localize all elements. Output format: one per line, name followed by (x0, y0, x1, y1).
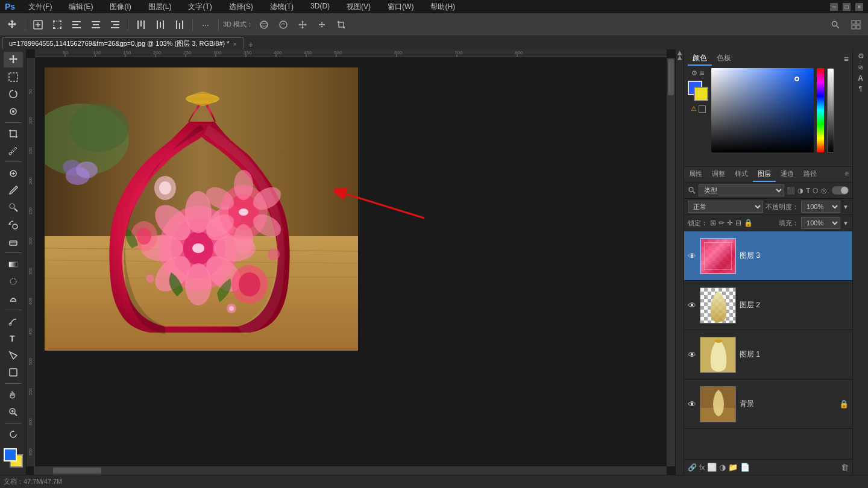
menu-filter[interactable]: 滤镜(T) (266, 2, 297, 12)
maximize-button[interactable]: □ (843, 3, 851, 11)
more-options-icon[interactable]: ··· (197, 16, 214, 33)
layer-search-icon[interactable] (688, 186, 696, 195)
type-layer-filter-icon[interactable]: T (806, 187, 810, 194)
move-tool-button[interactable] (4, 52, 23, 67)
lock-checkerboard-icon[interactable]: ⊞ (710, 219, 716, 227)
horizontal-scrollbar[interactable] (35, 466, 667, 475)
zoom-tool-button[interactable] (4, 404, 23, 419)
move-tool-icon[interactable] (4, 16, 20, 33)
dodge-tool-button[interactable] (4, 290, 23, 306)
align-top-icon[interactable] (133, 16, 149, 33)
filter-toggle[interactable] (832, 186, 849, 195)
fill-select[interactable]: 100% (801, 217, 840, 229)
3d-scale-icon[interactable] (333, 16, 350, 33)
layer-item-layer2[interactable]: 👁 图层 2 (684, 281, 852, 330)
lock-paint-icon[interactable]: ✏ (719, 219, 725, 227)
menu-file[interactable]: 文件(F) (25, 2, 55, 12)
lock-all-icon[interactable]: 🔒 (744, 219, 753, 227)
layer-item-layer3[interactable]: 👁 图层 3 (684, 231, 852, 281)
view-toggle-icon[interactable] (848, 16, 864, 33)
menu-select[interactable]: 选择(S) (225, 2, 257, 12)
align-center-v-icon[interactable] (152, 16, 169, 33)
hue-slider[interactable] (817, 68, 824, 152)
brightness-slider[interactable] (827, 68, 834, 152)
gradient-tool-button[interactable] (4, 256, 23, 272)
3d-roll-icon[interactable] (275, 16, 292, 33)
vertical-scrollbar[interactable] (667, 58, 675, 466)
layer2-visibility-eye[interactable]: 👁 (688, 301, 696, 310)
history-brush-button[interactable] (4, 217, 23, 233)
channels-icon[interactable]: ≋ (699, 69, 705, 77)
vertical-scroll-thumb[interactable] (668, 59, 674, 95)
align-right-icon[interactable] (107, 16, 124, 33)
layer-item-background[interactable]: 👁 背景 🔒 (684, 380, 852, 429)
hand-tool-button[interactable] (4, 387, 23, 402)
auto-select-icon[interactable] (30, 16, 46, 33)
panel-collapse-strip[interactable]: ◀◀ (675, 49, 684, 475)
lock-artboard-icon[interactable]: ⊟ (735, 219, 741, 227)
layer-effects-icon[interactable]: fx (699, 463, 705, 472)
collapse-icon[interactable]: ◀◀ (676, 51, 683, 60)
layer-adjustment-icon[interactable]: ◑ (719, 463, 726, 472)
pixel-layer-filter-icon[interactable]: ⬛ (787, 187, 795, 195)
layer-link-icon[interactable]: 🔗 (688, 463, 697, 472)
horizontal-scroll-thumb[interactable] (53, 468, 101, 474)
properties-panel-icon[interactable]: ⚙ (691, 69, 697, 77)
blend-mode-select[interactable]: 正常 (688, 201, 763, 213)
layer-type-filter[interactable]: 类型 (699, 184, 784, 196)
rt-channels-icon[interactable]: ≋ (858, 63, 864, 72)
new-tab-button[interactable]: + (244, 40, 258, 49)
lasso-tool-button[interactable] (4, 86, 23, 102)
color-gradient-picker[interactable] (711, 68, 814, 152)
menu-window[interactable]: 窗口(W) (384, 2, 417, 12)
clone-stamp-button[interactable] (4, 199, 23, 215)
rotate-view-button[interactable] (4, 427, 23, 442)
menu-help[interactable]: 帮助(H) (427, 2, 459, 12)
opacity-select[interactable]: 100% (801, 201, 840, 213)
3d-pan-icon[interactable] (294, 16, 311, 33)
3d-slide-icon[interactable] (313, 16, 330, 33)
quick-select-button[interactable] (4, 103, 23, 119)
rt-paragraph-icon[interactable]: ¶ (859, 85, 863, 92)
lock-move-icon[interactable]: ✛ (727, 219, 733, 227)
bg-color-box[interactable] (694, 87, 708, 101)
crop-tool-button[interactable] (4, 126, 23, 142)
layer-group-icon[interactable]: 📁 (728, 463, 738, 472)
pen-tool-button[interactable] (4, 313, 23, 328)
shape-tool-button[interactable] (4, 364, 23, 380)
rt-text-icon[interactable]: A (858, 74, 863, 83)
tab-paths[interactable]: 路径 (799, 167, 822, 182)
eraser-tool-button[interactable] (4, 234, 23, 249)
tab-styles[interactable]: 样式 (730, 167, 753, 182)
layer3-visibility-eye[interactable]: 👁 (688, 251, 696, 261)
minimize-button[interactable]: ─ (830, 3, 838, 11)
menu-3d[interactable]: 3D(D) (307, 2, 333, 12)
path-select-button[interactable] (4, 347, 23, 363)
menu-image[interactable]: 图像(I) (106, 2, 134, 12)
align-left-icon[interactable] (68, 16, 85, 33)
menu-view[interactable]: 视图(V) (343, 2, 374, 12)
background-visibility-eye[interactable]: 👁 (688, 399, 696, 409)
tab-properties[interactable]: 属性 (684, 167, 707, 182)
layer1-visibility-eye[interactable]: 👁 (688, 350, 696, 360)
layer-delete-icon[interactable]: 🗑 (841, 463, 849, 472)
tab-close-button[interactable]: × (233, 40, 237, 48)
transform-icon[interactable] (49, 16, 66, 33)
brush-tool-button[interactable] (4, 183, 23, 198)
spot-healing-button[interactable] (4, 165, 23, 181)
tab-layers[interactable]: 图层 (753, 167, 776, 182)
shape-layer-filter-icon[interactable]: ⬡ (813, 187, 819, 195)
panel-menu-icon[interactable]: ≡ (844, 54, 849, 64)
document-tab[interactable]: u=1789964555,1141562769&fm=26&gp=0.jpg @… (2, 37, 244, 49)
layer-item-layer1[interactable]: 👁 图层 1 (684, 330, 852, 380)
foreground-color-swatch[interactable] (4, 448, 17, 461)
selection-tool-button[interactable] (4, 69, 23, 84)
eyedropper-button[interactable] (4, 143, 23, 158)
type-tool-button[interactable]: T (4, 330, 23, 346)
swatch-tab[interactable]: 色板 (712, 52, 736, 66)
menu-edit[interactable]: 编辑(E) (65, 2, 96, 12)
blur-tool-button[interactable] (4, 274, 23, 289)
menu-layer[interactable]: 图层(L) (145, 2, 175, 12)
align-center-h-icon[interactable] (87, 16, 104, 33)
menu-text[interactable]: 文字(T) (184, 2, 215, 12)
